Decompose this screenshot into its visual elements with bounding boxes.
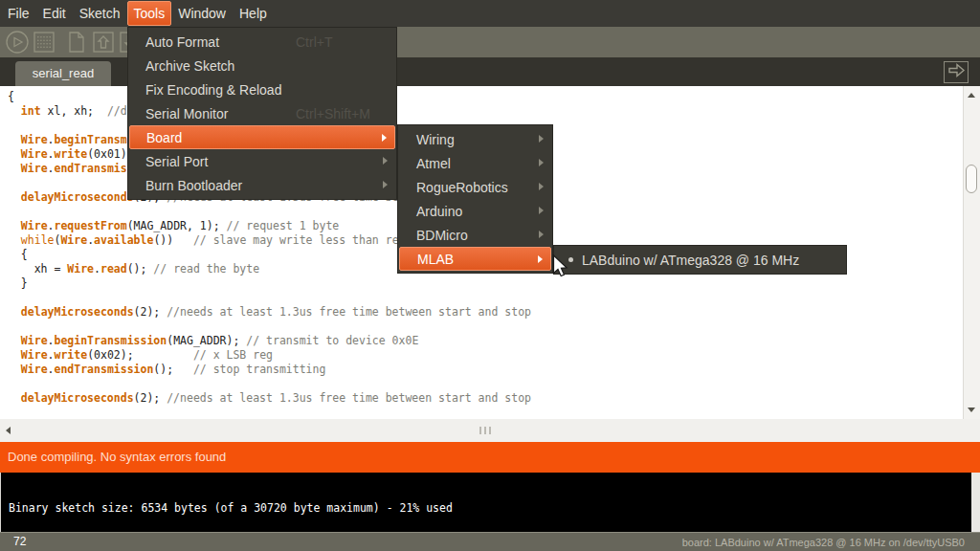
- scroll-up-icon[interactable]: [968, 93, 975, 98]
- tools-menu-item-archive-sketch[interactable]: Archive Sketch: [129, 54, 395, 77]
- menu-item-shortcut: Ctrl+T: [296, 34, 333, 50]
- console-text: Binary sketch size: 6534 bytes (of a 307…: [9, 501, 453, 515]
- menu-item-label: Serial Port: [145, 154, 208, 169]
- board-menu-item-atmel[interactable]: Atmel: [399, 151, 551, 175]
- line-number-indicator: 72: [13, 535, 26, 548]
- board-port-indicator: board: LABduino w/ ATmega328 @ 16 MHz on…: [682, 537, 965, 548]
- menubar-item-edit[interactable]: Edit: [36, 1, 73, 26]
- tools-menu-item-burn-bootloader[interactable]: Burn Bootloader: [129, 173, 395, 197]
- submenu-arrow-icon: [383, 181, 388, 188]
- code-line: [8, 377, 963, 391]
- arrow-right-icon: [946, 61, 967, 83]
- tools-menu-item-fix-encoding-reload[interactable]: Fix Encoding & Reload: [129, 77, 395, 101]
- submenu-arrow-icon: [539, 135, 544, 143]
- menu-item-label: LABduino w/ ATmega328 @ 16 MHz: [582, 253, 799, 268]
- submenu-arrow-icon: [539, 159, 544, 166]
- menu-item-label: Fix Encoding & Reload: [145, 82, 281, 98]
- open-button[interactable]: [91, 30, 116, 55]
- menu-item-label: Atmel: [416, 156, 451, 171]
- tools-menu-popup: Auto FormatCtrl+TArchive SketchFix Encod…: [127, 27, 397, 200]
- console-output: Binary sketch size: 6534 bytes (of a 307…: [0, 473, 980, 532]
- menu-item-label: Wiring: [416, 132, 455, 147]
- grid-square-icon: [32, 30, 56, 55]
- code-line: Wire.beginTransmission(MAG_ADDR); // tra…: [8, 334, 963, 348]
- mlab-submenu-popup: LABduino w/ ATmega328 @ 16 MHz: [553, 245, 847, 275]
- new-sketch-button[interactable]: [64, 30, 89, 55]
- tools-menu-item-serial-port[interactable]: Serial Port: [129, 149, 395, 173]
- board-menu-item-mlab[interactable]: MLAB: [399, 247, 551, 271]
- code-line: }: [8, 276, 963, 291]
- vertical-scrollbar-thumb[interactable]: [966, 165, 977, 193]
- tools-menu-item-board[interactable]: Board: [129, 125, 395, 149]
- menu-item-label: RogueRobotics: [416, 180, 508, 195]
- submenu-arrow-icon: [382, 134, 387, 142]
- play-circle-icon: [5, 30, 30, 55]
- submenu-arrow-icon: [539, 207, 544, 214]
- board-menu-item-bdmicro[interactable]: BDMicro: [399, 223, 551, 247]
- menu-item-label: Arduino: [416, 204, 462, 219]
- status-bar: Done compiling. No syntax errors found: [0, 442, 980, 473]
- tab-serial-read[interactable]: serial_read: [15, 61, 111, 86]
- mlab-menu-item-labduino-w-atmega328-16-mhz[interactable]: LABduino w/ ATmega328 @ 16 MHz: [555, 248, 845, 272]
- code-line: [8, 320, 963, 334]
- editor-horizontal-scrollbar[interactable]: [0, 419, 980, 442]
- board-submenu-popup: WiringAtmelRogueRoboticsArduinoBDMicroML…: [397, 124, 553, 274]
- menu-item-label: Burn Bootloader: [145, 178, 242, 193]
- editor-vertical-scrollbar[interactable]: [963, 86, 980, 419]
- menu-item-label: BDMicro: [416, 228, 468, 243]
- menubar: FileEditSketchToolsWindowHelp: [0, 0, 980, 27]
- code-line: Wire.endTransmission(); // stop transmit…: [8, 363, 963, 377]
- tab-list-button[interactable]: [944, 61, 969, 83]
- menubar-item-tools[interactable]: Tools: [127, 1, 172, 26]
- menubar-item-help[interactable]: Help: [233, 1, 274, 26]
- menu-item-label: Board: [146, 130, 182, 145]
- menu-item-label: Archive Sketch: [145, 58, 234, 74]
- code-line: delayMicroseconds(2); //needs at least 1…: [8, 305, 963, 320]
- menu-item-label: Auto Format: [145, 34, 219, 50]
- console-scrollbar[interactable]: [971, 473, 980, 532]
- footer-bar: 72 board: LABduino w/ ATmega328 @ 16 MHz…: [0, 532, 980, 551]
- scroll-left-icon[interactable]: [6, 427, 11, 434]
- splitter-handle[interactable]: [479, 427, 491, 434]
- stop-button[interactable]: [32, 30, 56, 55]
- board-menu-item-roguerobotics[interactable]: RogueRobotics: [399, 175, 551, 199]
- arrow-up-square-icon: [91, 30, 116, 55]
- board-menu-item-arduino[interactable]: Arduino: [399, 199, 551, 223]
- tools-menu-item-serial-monitor[interactable]: Serial MonitorCtrl+Shift+M: [129, 101, 395, 125]
- submenu-arrow-icon: [539, 231, 544, 238]
- board-menu-item-wiring[interactable]: Wiring: [399, 127, 551, 151]
- tools-menu-item-auto-format[interactable]: Auto FormatCtrl+T: [129, 30, 395, 54]
- submenu-arrow-icon: [538, 255, 543, 263]
- menu-item-label: Serial Monitor: [145, 106, 228, 121]
- new-page-icon: [64, 30, 89, 55]
- menu-item-label: MLAB: [417, 252, 454, 267]
- status-message: Done compiling. No syntax errors found: [8, 450, 226, 464]
- code-line: delayMicroseconds(2); //needs at least 1…: [8, 391, 963, 406]
- menubar-item-file[interactable]: File: [1, 1, 36, 26]
- menu-item-shortcut: Ctrl+Shift+M: [296, 106, 370, 121]
- mouse-cursor: [552, 254, 569, 279]
- menubar-item-sketch[interactable]: Sketch: [73, 1, 127, 26]
- scroll-down-icon[interactable]: [968, 408, 975, 412]
- code-line: [8, 291, 963, 305]
- code-line: Wire.write(0x02); // x LSB reg: [8, 348, 963, 363]
- verify-button[interactable]: [5, 30, 30, 55]
- submenu-arrow-icon: [383, 157, 388, 165]
- submenu-arrow-icon: [539, 183, 544, 190]
- menubar-item-window[interactable]: Window: [171, 1, 233, 26]
